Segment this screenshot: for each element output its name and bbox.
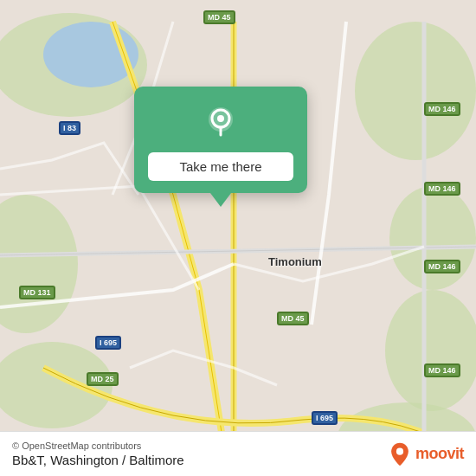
take-me-there-button[interactable]: Take me there (148, 152, 293, 181)
bottom-bar: © OpenStreetMap contributors Bb&T, Washi… (0, 431, 476, 476)
road-badge-i83: I 83 (59, 121, 80, 135)
svg-point-12 (396, 447, 403, 454)
location-pin-icon (200, 102, 241, 144)
attribution-text: © OpenStreetMap contributors (12, 441, 184, 451)
svg-point-2 (355, 22, 476, 160)
road-badge-md146-right-mid2: MD 146 (424, 260, 460, 273)
road-badge-md146-right-top: MD 146 (424, 102, 460, 116)
road-badge-md25: MD 25 (87, 372, 119, 386)
road-badge-i695-bot: I 695 (312, 411, 338, 425)
road-badge-md45-top: MD 45 (203, 10, 235, 24)
road-badge-i695-left: I 695 (95, 336, 121, 350)
location-label: Bb&T, Washington / Baltimore (12, 453, 184, 467)
svg-point-11 (217, 115, 224, 122)
road-badge-md131: MD 131 (19, 286, 55, 299)
map-container: MD 45 I 83 MD 146 MD 146 MD 146 MD 131 M… (0, 0, 476, 476)
moovit-text: moovit (415, 445, 464, 463)
timonium-label: Timonium (268, 255, 322, 268)
bottom-bar-info: © OpenStreetMap contributors Bb&T, Washi… (12, 441, 184, 467)
moovit-pin-icon (388, 442, 412, 466)
road-badge-md45-mid: MD 45 (277, 312, 309, 325)
road-badge-md146-right-mid1: MD 146 (424, 182, 460, 196)
road-badge-md146-right-bot: MD 146 (424, 363, 460, 377)
popup-card: Take me there (134, 87, 307, 193)
svg-point-6 (385, 290, 476, 411)
moovit-logo: moovit (388, 442, 464, 466)
map-roads (0, 0, 476, 476)
svg-point-3 (389, 186, 476, 290)
